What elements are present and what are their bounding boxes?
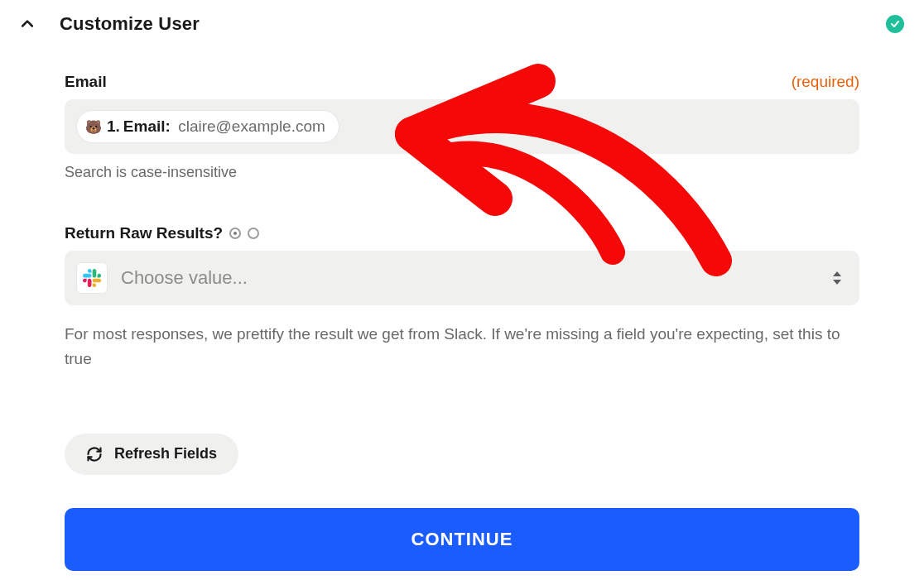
- email-label: Email: [65, 73, 107, 91]
- select-placeholder: Choose value...: [121, 267, 831, 289]
- chevron-up-icon: [19, 16, 36, 32]
- continue-button[interactable]: CONTINUE: [65, 508, 859, 571]
- refresh-label: Refresh Fields: [114, 445, 217, 463]
- select-arrows-icon: [831, 270, 843, 286]
- section-title: Customize User: [60, 13, 200, 35]
- collapse-toggle[interactable]: [18, 15, 36, 33]
- raw-radio-false[interactable]: [248, 228, 259, 239]
- slack-icon: [83, 269, 101, 287]
- email-field[interactable]: 🐻 1. Email: claire@example.com: [65, 99, 859, 154]
- raw-radio-true[interactable]: [229, 228, 241, 239]
- raw-results-label: Return Raw Results?: [65, 224, 223, 242]
- continue-label: CONTINUE: [411, 529, 513, 549]
- raw-results-select[interactable]: Choose value...: [65, 251, 859, 305]
- slack-app-icon-frame: [76, 262, 108, 294]
- check-icon: [890, 19, 900, 29]
- refresh-icon: [86, 446, 103, 463]
- pill-number: 1.: [107, 117, 120, 136]
- pill-field-name: Email:: [123, 117, 171, 136]
- pill-value: claire@example.com: [178, 117, 325, 136]
- raw-results-helper: For most responses, we prettify the resu…: [65, 322, 851, 372]
- email-helper-text: Search is case-insensitive: [65, 164, 859, 181]
- email-value-pill[interactable]: 🐻 1. Email: claire@example.com: [76, 110, 339, 143]
- status-success-badge: [886, 15, 904, 33]
- wpforms-icon: 🐻: [85, 119, 102, 135]
- refresh-fields-button[interactable]: Refresh Fields: [65, 434, 238, 475]
- required-label: (required): [792, 73, 859, 91]
